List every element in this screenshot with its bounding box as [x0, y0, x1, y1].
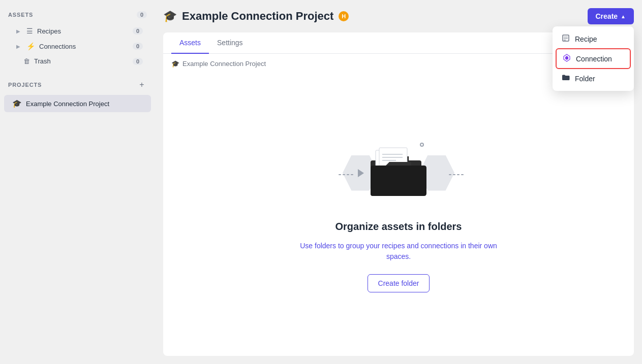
- dropdown-item-connection[interactable]: Connection: [556, 48, 631, 69]
- dropdown-item-folder[interactable]: Folder: [556, 69, 631, 88]
- chevron-right-icon-connections: ▶: [16, 44, 20, 49]
- project-header-icon: 🎓: [163, 10, 177, 23]
- assets-section-title: ASSETS: [8, 12, 33, 18]
- connection-dropdown-icon: [563, 54, 571, 63]
- folder-illustration: [312, 138, 485, 209]
- page-header: 🎓 Example Connection Project H Create ▲: [163, 8, 634, 24]
- svg-marker-5: [565, 56, 568, 60]
- lightning-icon: ⚡: [26, 42, 35, 50]
- h-badge: H: [339, 11, 349, 21]
- trash-icon: 🗑: [23, 57, 30, 65]
- projects-section-header: PROJECTS +: [0, 77, 155, 93]
- create-folder-button[interactable]: Create folder: [368, 274, 430, 292]
- page-title-area: 🎓 Example Connection Project H: [163, 10, 349, 23]
- page-title: Example Connection Project: [182, 10, 333, 23]
- create-button[interactable]: Create ▲: [588, 8, 634, 24]
- create-dropdown-menu: Recipe Connection: [553, 26, 634, 91]
- chevron-up-icon: ▲: [621, 14, 626, 19]
- projects-section: PROJECTS + 🎓 Example Connection Project: [0, 77, 155, 113]
- sidebar: ASSETS 0 ▶ ☰ Recipes 0 ▶ ⚡ Connections 0…: [0, 0, 155, 364]
- recipes-count-badge: 0: [133, 27, 143, 35]
- play-triangle-decoration: [358, 169, 364, 177]
- recipe-dropdown-label: Recipe: [575, 35, 597, 43]
- breadcrumb-project-icon: 🎓: [171, 60, 179, 68]
- empty-state: Organize assets in folders Use folders t…: [163, 74, 634, 356]
- assets-count-badge: 0: [137, 11, 147, 18]
- project-stack-icon: 🎓: [12, 99, 22, 108]
- sidebar-item-example-connection-project[interactable]: 🎓 Example Connection Project: [4, 95, 151, 112]
- folder-svg: [368, 145, 429, 201]
- folder-dropdown-label: Folder: [575, 75, 595, 83]
- dropdown-item-recipe[interactable]: Recipe: [556, 29, 631, 48]
- projects-section-title: PROJECTS: [8, 82, 42, 88]
- dash-left-decoration: [339, 174, 353, 175]
- connections-link: connections: [421, 242, 459, 250]
- assets-section-header: ASSETS 0: [0, 8, 155, 21]
- chevron-right-icon: ▶: [16, 28, 20, 34]
- tab-assets[interactable]: Assets: [171, 32, 209, 54]
- empty-state-description: Use folders to group your recipes and co…: [292, 241, 505, 262]
- create-dropdown-wrapper: Create ▲ Recipe: [588, 8, 634, 24]
- empty-state-title: Organize assets in folders: [335, 221, 462, 233]
- breadcrumb-label: Example Connection Project: [182, 60, 266, 68]
- project-item-label: Example Connection Project: [26, 100, 109, 108]
- trash-count-badge: 0: [133, 58, 143, 65]
- recipes-label: Recipes: [37, 27, 61, 35]
- folder-dropdown-icon: [562, 74, 570, 83]
- create-button-label: Create: [596, 12, 618, 20]
- add-project-button[interactable]: +: [137, 80, 147, 90]
- sidebar-item-recipes[interactable]: ▶ ☰ Recipes 0: [4, 24, 151, 38]
- recipe-dropdown-icon: [562, 34, 570, 44]
- dash-right-decoration: [449, 174, 464, 175]
- sidebar-item-trash[interactable]: 🗑 Trash 0: [4, 54, 151, 68]
- trash-label: Trash: [34, 57, 51, 65]
- tab-settings[interactable]: Settings: [209, 32, 251, 54]
- connection-dropdown-label: Connection: [576, 55, 612, 63]
- recipe-icon: ☰: [26, 27, 33, 35]
- connections-count-badge: 0: [133, 43, 143, 50]
- main-content: 🎓 Example Connection Project H Create ▲: [155, 0, 642, 364]
- sidebar-item-connections[interactable]: ▶ ⚡ Connections 0: [4, 39, 151, 53]
- connections-label: Connections: [39, 43, 76, 50]
